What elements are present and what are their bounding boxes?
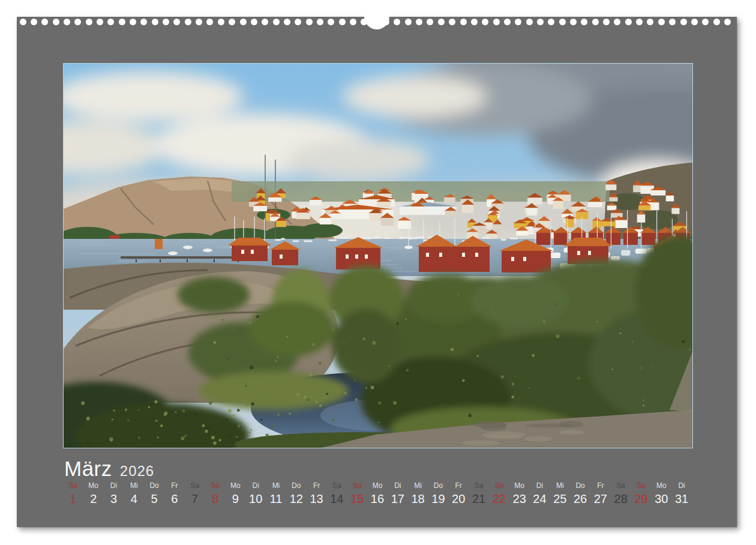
day-cell: Mi25 [550,481,570,505]
day-cell: So15 [347,481,367,505]
weekday-label: Mi [130,481,138,492]
day-number: 25 [553,492,566,505]
day-number: 1 [70,492,76,505]
binding-hole [130,19,136,25]
day-cell: Fr20 [448,481,469,505]
binding-hole [218,19,224,25]
weekday-label: Mi [272,481,280,492]
weekday-label: Do [575,481,584,492]
binding-hole [427,19,433,25]
day-number: 30 [655,492,668,505]
binding-hole [647,19,653,25]
binding-hole [41,19,48,25]
day-cell: Do5 [144,481,164,505]
binding-hole [74,19,81,25]
day-cell: Do19 [428,481,449,505]
weekday-label: Mo [656,481,667,492]
day-cell: Mi11 [266,481,286,505]
day-number: 2 [90,492,97,505]
weekday-label: Di [536,481,543,492]
binding-hole [97,19,103,25]
binding-hole [119,19,125,25]
binding-hole [306,19,313,25]
binding-hole [416,19,422,25]
day-cell: Mo23 [509,481,530,505]
binding-hole [449,19,455,25]
weekday-label: So [211,481,220,492]
binding-hole [702,19,709,25]
day-number: 28 [614,492,628,505]
binding-hole [471,19,478,25]
weekday-label: Mo [230,481,241,492]
weekday-label: So [637,481,646,492]
day-number: 23 [513,492,526,505]
day-cell: So22 [489,481,509,505]
day-cell: Do12 [286,481,307,505]
day-number: 3 [110,492,117,505]
weekday-label: Di [678,481,685,492]
calendar-title: März 2026 [64,457,154,481]
day-number: 6 [171,492,178,505]
binding-hole [526,19,533,25]
binding-hole [262,19,268,25]
binding-hole [350,19,356,25]
binding-hole [229,19,235,25]
binding-hole [669,19,676,25]
day-cell: Di3 [104,481,124,505]
weekday-label: Do [149,481,158,492]
weekday-label: Do [434,481,443,492]
day-cell: Sa7 [185,481,205,505]
day-number: 20 [452,492,465,505]
binding-hole [173,19,180,25]
day-cell: Sa14 [326,481,347,505]
day-number: 13 [310,492,323,505]
day-number: 15 [350,492,364,505]
day-number: 16 [371,492,384,505]
day-number: 24 [533,492,546,505]
weekday-label: So [353,481,362,492]
day-cell: Mo2 [83,481,104,505]
binding-hole [273,19,280,25]
day-number: 18 [411,492,424,505]
day-cell: Fr27 [590,481,611,505]
day-cell: Di10 [245,481,266,505]
binding-hole [206,19,213,25]
weekday-label: Mo [88,481,98,492]
binding-hole [240,19,247,25]
day-cell: Mo30 [651,481,671,505]
binding-hole [625,19,632,25]
day-cell: Fr13 [307,481,327,505]
day-grid: So1Mo2Di3Mi4Do5Fr6Sa7So8Mo9Di10Mi11Do12F… [63,481,692,505]
binding-hole [713,19,720,25]
day-number: 22 [493,492,506,505]
weekday-label: Fr [171,481,178,492]
day-number: 4 [131,492,137,505]
day-cell: So29 [631,481,652,505]
binding-hole [295,19,301,25]
binding-hole [185,19,191,25]
binding-hole [405,19,412,25]
day-cell: Sa21 [469,481,489,505]
calendar-page: März 2026 So1Mo2Di3Mi4Do5Fr6Sa7So8Mo9Di1… [17,17,737,527]
day-number: 8 [212,492,218,505]
day-number: 17 [391,492,404,505]
binding-hole [493,19,500,25]
binding-hole [163,19,169,25]
day-cell: Fr6 [164,481,185,505]
binding-hole [515,19,521,25]
day-cell: Do26 [570,481,590,505]
day-cell: Di17 [388,481,408,505]
day-number: 9 [232,492,239,505]
binding-hole [636,19,643,25]
calendar-photo-illustration [64,64,692,448]
weekday-label: Sa [190,481,199,492]
day-number: 26 [574,492,587,505]
weekday-label: Mo [514,481,524,492]
weekday-label: Mi [414,481,422,492]
day-number: 5 [151,492,158,505]
binding-hole [394,19,400,25]
day-cell: Sa28 [611,481,631,505]
binding-hole [658,19,665,25]
binding-hole [614,19,620,25]
binding-hole [438,19,445,25]
